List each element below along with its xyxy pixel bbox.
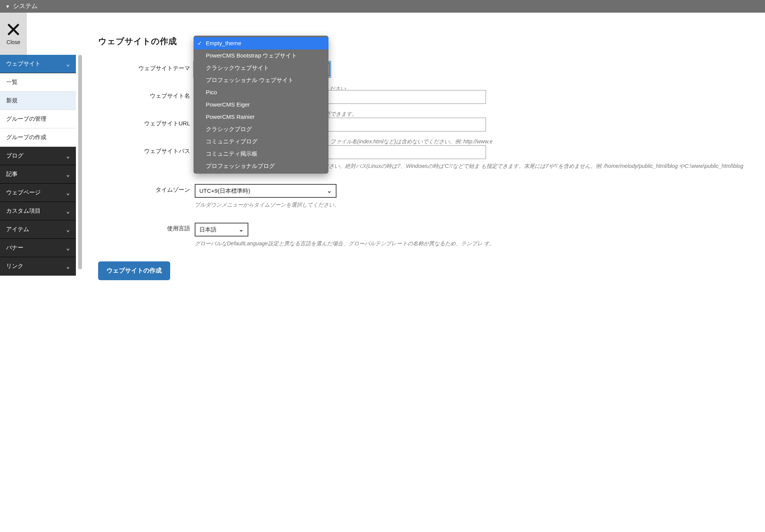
theme-dropdown-popup[interactable]: Empty_themePowerCMS Bootstrap ウェブサイトクラシッ… — [194, 36, 328, 174]
label-name: ウェブサイト名 — [98, 90, 190, 100]
language-select-value: 日本語 — [199, 226, 217, 233]
language-select[interactable]: 日本語 ⌄ — [195, 223, 248, 236]
theme-option-4[interactable]: Pico — [194, 86, 328, 99]
sidebar-item-3[interactable]: グループの管理 — [0, 110, 76, 128]
sidebar-item-11[interactable]: リンク⌄ — [0, 257, 76, 276]
chevron-down-icon: ⌄ — [327, 187, 332, 194]
sidebar-item-2[interactable]: 新規 — [0, 92, 76, 110]
sidebar-item-label: ウェブサイト — [6, 60, 41, 67]
sidebar-item-label: ウェブページ — [6, 189, 41, 196]
chevron-down-icon: ⌄ — [66, 226, 70, 233]
theme-option-1[interactable]: PowerCMS Bootstrap ウェブサイト — [194, 49, 328, 62]
chevron-down-icon: ⌄ — [239, 226, 244, 233]
chevron-down-icon: ⌄ — [66, 245, 70, 251]
sidebar-item-label: 記事 — [6, 171, 18, 178]
timezone-select[interactable]: UTC+9(日本標準時) ⌄ — [195, 184, 337, 198]
sidebar-item-6[interactable]: 記事⌄ — [0, 165, 76, 184]
submit-row: ウェブサイトの作成 — [98, 261, 765, 280]
dropdown-triangle-icon[interactable]: ▼ — [5, 4, 10, 9]
label-url: ウェブサイトURL — [98, 118, 190, 127]
chevron-down-icon: ⌄ — [66, 153, 70, 159]
label-timezone: タイムゾーン — [98, 184, 190, 194]
close-label: Close — [7, 39, 20, 45]
help-language: グローバルなDefaultLanguage設定と異なる言語を選んだ場合、グローバ… — [195, 240, 765, 248]
create-website-button[interactable]: ウェブサイトの作成 — [98, 261, 170, 280]
sidebar-item-label: アイテム — [6, 226, 29, 233]
sidebar-item-9[interactable]: アイテム⌄ — [0, 220, 76, 239]
theme-option-10[interactable]: プロフェッショナルブログ — [194, 160, 328, 172]
row-language: 使用言語 日本語 ⌄ グローバルなDefaultLanguage設定と異なる言語… — [98, 223, 765, 248]
theme-option-9[interactable]: コミュニティ掲示板 — [194, 148, 328, 160]
theme-option-3[interactable]: プロフェッショナル ウェブサイト — [194, 74, 328, 86]
chevron-down-icon: ⌄ — [66, 208, 70, 215]
chevron-down-icon: ⌄ — [66, 61, 70, 67]
sidebar-item-label: 一覧 — [6, 79, 18, 86]
topbar: ▼ システム — [0, 0, 765, 13]
chevron-down-icon: ⌄ — [66, 171, 70, 178]
timezone-select-value: UTC+9(日本標準時) — [199, 187, 250, 195]
help-url: 。ファイル名(index.htmlなど)は含めないでください。例: http:/… — [325, 138, 492, 146]
help-name-fragment: 更できます。 — [325, 110, 357, 118]
theme-option-7[interactable]: クラシックブログ — [194, 123, 328, 135]
sidebar-item-7[interactable]: ウェブページ⌄ — [0, 184, 76, 202]
sidebar-item-1[interactable]: 一覧 — [0, 73, 76, 92]
theme-option-0[interactable]: Empty_theme — [194, 37, 328, 49]
main-pane: ウェブサイトの作成 ウェブサイトテーマ ⌄ ださい。 ウェブサイト名 更できます… — [84, 13, 765, 296]
chevron-down-icon: ⌄ — [66, 263, 70, 270]
theme-option-2[interactable]: クラシックウェブサイト — [194, 62, 328, 74]
label-theme: ウェブサイトテーマ — [98, 62, 190, 72]
sidebar-item-label: バナー — [6, 244, 23, 251]
sidebar-scrollbar-thumb[interactable] — [78, 55, 82, 269]
sidebar-item-label: リンク — [6, 263, 23, 270]
sidebar-item-8[interactable]: カスタム項目⌄ — [0, 202, 76, 220]
help-timezone: プルダウンメニューからタイムゾーンを選択してください。 — [195, 201, 765, 209]
theme-option-8[interactable]: コミュニティブログ — [194, 135, 328, 148]
label-language: 使用言語 — [98, 223, 190, 232]
row-timezone: タイムゾーン UTC+9(日本標準時) ⌄ プルダウンメニューからタイムゾーンを… — [98, 184, 765, 209]
sidebar: ウェブサイト⌄一覧新規グループの管理グループの作成ブログ⌄記事⌄ウェブページ⌄カ… — [0, 55, 76, 532]
sidebar-item-label: ブログ — [6, 152, 23, 159]
topbar-label[interactable]: システム — [13, 2, 38, 10]
label-path: ウェブサイトパス — [98, 145, 190, 155]
sidebar-item-4[interactable]: グループの作成 — [0, 128, 76, 147]
sidebar-item-label: グループの管理 — [6, 115, 46, 123]
sidebar-item-0[interactable]: ウェブサイト⌄ — [0, 55, 76, 73]
close-button[interactable]: Close — [0, 13, 27, 55]
theme-option-5[interactable]: PowerCMS Eiger — [194, 99, 328, 111]
sidebar-item-10[interactable]: バナー⌄ — [0, 239, 76, 257]
close-icon — [7, 23, 20, 38]
theme-option-6[interactable]: PowerCMS Rainier — [194, 111, 328, 123]
chevron-down-icon: ⌄ — [66, 189, 70, 196]
sidebar-scrollbar-track — [78, 55, 82, 269]
sidebar-item-label: 新規 — [6, 97, 18, 104]
sidebar-item-label: カスタム項目 — [6, 207, 41, 215]
sidebar-item-label: グループの作成 — [6, 134, 46, 141]
sidebar-item-5[interactable]: ブログ⌄ — [0, 147, 76, 165]
